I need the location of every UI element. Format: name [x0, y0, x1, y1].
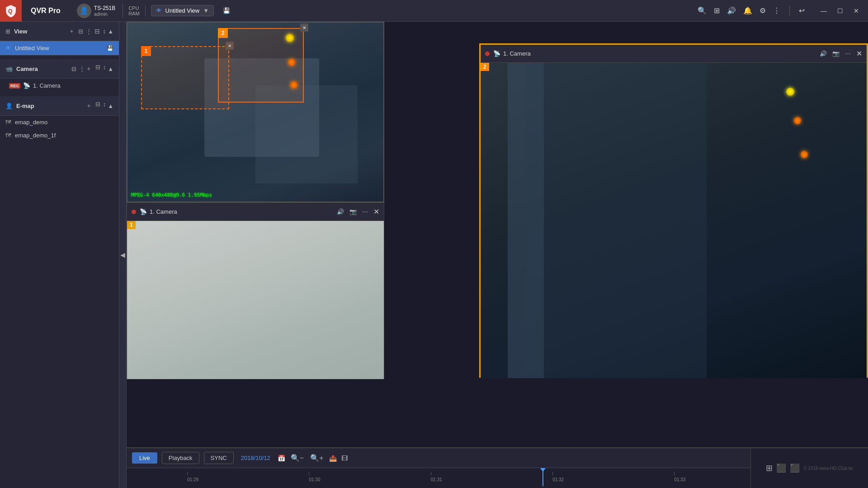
camera2-title: 1. Camera — [503, 50, 820, 57]
view-selector[interactable]: 👁 Untitled View ▼ — [151, 5, 214, 16]
view-action-icon[interactable]: ⋮ — [86, 28, 92, 35]
sidebar-collapse-handle[interactable]: ◀ — [119, 22, 127, 488]
sidebar: ⊞ View ＋ ⊟ ⋮ ⊟ ↕ ▲ 👁 Untitled View 💾 📹 C… — [0, 22, 119, 488]
camera-action-icon[interactable]: ⋮ — [79, 66, 85, 72]
light-orange-r2 — [801, 151, 808, 158]
br-btn-2[interactable]: ⬛ — [776, 463, 786, 473]
export-icon[interactable]: 📤 — [329, 455, 337, 462]
emap-sort-icon[interactable]: ↕ — [103, 101, 106, 111]
search-icon[interactable]: 🔍 — [698, 6, 707, 15]
camera-section-icon: 📹 — [5, 66, 13, 72]
zoom-in-icon[interactable]: 🔍+ — [310, 454, 323, 462]
snapshot-icon-2[interactable]: 📷 — [832, 50, 840, 57]
emap-section-header[interactable]: 👤 E-map ＋ ⊟ ↕ ▲ — [0, 96, 119, 116]
sidebar-item-untitled-view[interactable]: 👁 Untitled View 💾 — [0, 41, 119, 56]
tick-4: 01:33 — [674, 471, 685, 482]
grid-layout-icon[interactable]: ⊟ — [78, 28, 83, 35]
camera1-actions: 🔊 📷 ⋯ — [337, 208, 368, 215]
emap-item-demo[interactable]: 🗺 emap_demo — [0, 116, 119, 129]
copyright-text: © 2018 www.HD.Club.tw — [803, 466, 853, 471]
br-btn-3[interactable]: ⬛ — [790, 463, 800, 473]
br-btn-1[interactable]: ⊞ — [766, 463, 773, 473]
camera-section-header[interactable]: 📹 Camera ⊟ ⋮ ＋ ＋ ⊟ ↕ ▲ — [0, 59, 119, 79]
filter-icon[interactable]: ⊟ — [94, 28, 100, 35]
calendar-icon[interactable]: 📅 — [278, 455, 285, 462]
selection-box-2[interactable]: 2 ✕ — [218, 28, 304, 103]
volume-icon-2[interactable]: 🔊 — [820, 50, 827, 57]
emap-icon-1f: 🗺 — [5, 132, 11, 139]
view-section-header[interactable]: ⊞ View ＋ ⊟ ⋮ ⊟ ↕ ▲ — [0, 22, 119, 41]
emap-icon: 🗺 — [5, 119, 11, 126]
camera1-title: 1. Camera — [150, 208, 337, 215]
eye-active-icon: 👁 — [5, 45, 11, 52]
camera-section-title: Camera — [16, 66, 71, 72]
emap-filter-icon[interactable]: ⊟ — [95, 101, 100, 111]
layout-icon[interactable]: ⊞ — [714, 6, 720, 15]
user-info: 👤 TS-251B admin — [70, 4, 123, 18]
camera2-icon: 📡 — [493, 50, 500, 57]
add-camera-btn2[interactable]: ＋ — [85, 64, 93, 74]
selection-box-1[interactable]: 1 ✕ — [141, 46, 229, 109]
chevron-down-icon: ▼ — [203, 7, 209, 14]
more-icon-2[interactable]: ⋯ — [845, 50, 851, 57]
title-icons: 🔍 ⊞ 🔊 🔔 ⚙ ⋮ ↩ — [690, 5, 812, 16]
view-section-title: View — [14, 28, 68, 35]
live-button[interactable]: Live — [132, 452, 157, 464]
maximize-button[interactable]: ☐ — [834, 5, 846, 17]
volume-icon-1[interactable]: 🔊 — [337, 208, 344, 215]
close-button[interactable]: ✕ — [850, 5, 863, 17]
camera1-close-button[interactable]: ✕ — [373, 207, 379, 216]
left-video-panel: 1 ✕ 2 ✕ MPEG-4 640x480@9.6 1.95Mbps — [127, 22, 384, 202]
left-video-feed: 1 ✕ 2 ✕ — [127, 23, 383, 202]
rec-badge: REC — [9, 83, 20, 89]
more-icon-1[interactable]: ⋯ — [362, 208, 368, 215]
svg-text:Q: Q — [8, 8, 12, 14]
collapse-chevron-icon: ◀ — [120, 251, 125, 258]
box-close-2[interactable]: ✕ — [300, 23, 308, 32]
camera1-icon: 📡 — [140, 208, 147, 215]
camera2-close-button[interactable]: ✕ — [856, 49, 862, 58]
clip-icon[interactable]: 🎞 — [341, 455, 348, 462]
camera-sort-icon[interactable]: ↕ — [103, 64, 106, 74]
camera-filter-icon[interactable]: ⊟ — [95, 64, 100, 74]
collapse-camera-icon[interactable]: ▲ — [108, 66, 113, 72]
playback-button[interactable]: Playback — [162, 452, 199, 464]
add-emap-button[interactable]: ＋ — [85, 101, 93, 111]
sync-button[interactable]: SYNC — [204, 452, 234, 464]
camera1-header: 📡 1. Camera 🔊 📷 ⋯ ✕ — [127, 203, 384, 221]
snapshot-icon-1[interactable]: 📷 — [349, 208, 357, 215]
titlebar: Q QVR Pro 👤 TS-251B admin CPU RAM 👁 Unti… — [0, 0, 868, 22]
emap-section-icon: 👤 — [5, 103, 13, 109]
camera2-badge: 2 — [481, 63, 489, 71]
logout-icon[interactable]: ↩ — [799, 6, 805, 15]
alert-icon[interactable]: 🔔 — [743, 6, 752, 15]
bottom-video-panel: 📡 1. Camera 🔊 📷 ⋯ ✕ 1 — [127, 202, 384, 379]
tick-0: 01:29 — [187, 471, 198, 482]
volume-icon[interactable]: 🔊 — [727, 6, 736, 15]
timeline-cursor[interactable] — [542, 468, 543, 486]
settings-icon[interactable]: ⚙ — [760, 6, 766, 15]
bottom-right-panel: ⊞ ⬛ ⬛ © 2018 www.HD.Club.tw — [750, 447, 868, 488]
collapse-view-icon[interactable]: ▲ — [108, 28, 113, 35]
user-role: admin — [94, 11, 115, 17]
camera-layout-icon[interactable]: ⊟ — [71, 66, 76, 72]
minimize-button[interactable]: — — [817, 5, 830, 17]
emap-section-title: E-map — [16, 103, 85, 109]
zoom-out-icon[interactable]: 🔍− — [291, 454, 304, 462]
collapse-emap-icon[interactable]: ▲ — [108, 103, 113, 109]
grid-icon: ⊞ — [5, 28, 10, 35]
more-icon[interactable]: ⋮ — [773, 6, 780, 15]
save-icon[interactable]: 💾 — [107, 45, 113, 52]
camera-item-icon: 📡 — [23, 82, 30, 89]
app-icon: Q — [0, 0, 22, 22]
user-name: TS-251B — [94, 5, 115, 11]
camera2-header: 📡 1. Camera 🔊 📷 ⋯ ✕ — [481, 45, 867, 63]
add-view-button[interactable]: ＋ — [68, 26, 75, 36]
camera-item-1[interactable]: REC 📡 1. Camera — [0, 79, 119, 93]
emap-item-demo-1f[interactable]: 🗺 emap_demo_1f — [0, 129, 119, 142]
camera2-feed — [481, 63, 867, 378]
app-title: QVR Pro — [22, 7, 70, 15]
save-view-icon[interactable]: 💾 — [223, 7, 230, 14]
sort-icon[interactable]: ↕ — [103, 28, 106, 35]
view-selector-label: Untitled View — [165, 7, 200, 14]
